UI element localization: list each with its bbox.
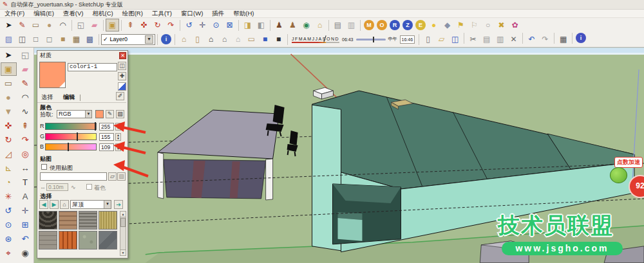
- previous-view-icon[interactable]: ↶: [17, 232, 33, 246]
- zoom-extents-icon[interactable]: ⊠: [223, 19, 236, 32]
- swatch-scrollbar[interactable]: ▲ ▼: [120, 211, 126, 256]
- line-icon[interactable]: ✎: [17, 77, 33, 90]
- close-icon[interactable]: ✕: [119, 52, 126, 59]
- polygon-icon[interactable]: ▼: [1, 105, 17, 118]
- menu-view[interactable]: 查看(V): [59, 10, 88, 18]
- widget-badge[interactable]: 92: [629, 175, 644, 198]
- rectangle-icon[interactable]: ▭: [1, 77, 17, 90]
- dropdown-arrow-icon[interactable]: ▼: [145, 35, 153, 44]
- diamond-gray-icon[interactable]: ◆: [440, 19, 454, 32]
- forward-arrow-icon[interactable]: ▶: [50, 200, 59, 209]
- make-group-icon[interactable]: ⌂: [177, 33, 191, 46]
- back-edges-icon[interactable]: ◫: [15, 33, 29, 46]
- rectangle-icon[interactable]: ▭: [29, 19, 43, 32]
- pan-icon[interactable]: ✛: [17, 204, 33, 217]
- match-screen-color-icon[interactable]: ✎: [106, 110, 114, 118]
- offset-icon[interactable]: ◎: [17, 147, 33, 161]
- select-icon[interactable]: ➤: [1, 48, 17, 62]
- export-doc-icon[interactable]: ▤: [331, 19, 345, 32]
- look-around-icon[interactable]: ◉: [17, 246, 33, 260]
- monochrome-icon[interactable]: ▩: [83, 33, 97, 46]
- slider-track-g[interactable]: [45, 133, 97, 140]
- position-camera-icon[interactable]: ⌖: [1, 246, 17, 260]
- shadow-time-slider[interactable]: [356, 39, 386, 41]
- slider-track-b[interactable]: [45, 143, 97, 150]
- material-swatch-shingle-dark[interactable]: [39, 211, 57, 230]
- tab-select[interactable]: 选择: [40, 93, 54, 102]
- scale-icon[interactable]: ◿: [1, 147, 17, 161]
- material-swatch-shingle-brown[interactable]: [59, 211, 77, 230]
- flag-white-icon[interactable]: ⚐: [468, 19, 481, 32]
- menu-plugins[interactable]: 插件: [207, 10, 229, 18]
- eraser-icon[interactable]: ▰: [17, 62, 33, 76]
- paste-icon[interactable]: ▥: [493, 33, 507, 46]
- scroll-up-icon[interactable]: ▲: [120, 212, 126, 217]
- xray-icon[interactable]: ▨: [2, 33, 15, 46]
- plugin-r-icon[interactable]: R: [390, 20, 400, 30]
- orbit-icon[interactable]: ↺: [182, 19, 196, 32]
- axes-icon[interactable]: ✳: [1, 190, 17, 203]
- back-arrow-icon[interactable]: ◀: [39, 200, 48, 209]
- material-swatch-gravel[interactable]: [79, 231, 97, 249]
- plugin-m-icon[interactable]: M: [364, 20, 374, 30]
- freehand-icon[interactable]: ∿: [17, 105, 33, 118]
- cut-icon[interactable]: ✂: [466, 33, 480, 46]
- print-icon[interactable]: ▦: [556, 33, 570, 46]
- scrollbar-thumb[interactable]: [120, 218, 126, 227]
- texture-file-input[interactable]: [40, 172, 107, 181]
- wireframe-icon[interactable]: □: [29, 33, 43, 46]
- desktop-widget[interactable]: 点数加速 92: [603, 157, 644, 208]
- toggle-pane-icon[interactable]: ◫: [118, 62, 126, 70]
- paint-bucket-icon[interactable]: ▣: [1, 62, 17, 76]
- undo-icon[interactable]: ↶: [525, 33, 538, 46]
- home-icon[interactable]: ⌂: [60, 200, 69, 209]
- push-pull-icon[interactable]: ⇞: [124, 19, 137, 32]
- detail-arrow-icon[interactable]: ➔: [114, 200, 123, 209]
- menu-edit[interactable]: 编辑(E): [29, 10, 59, 18]
- follow-me-icon[interactable]: ↷: [164, 19, 178, 32]
- dropdown-arrow-icon[interactable]: ▼: [85, 111, 91, 118]
- shaded-icon[interactable]: ■: [56, 33, 70, 46]
- new-icon[interactable]: ▯: [421, 33, 435, 46]
- make-component-icon[interactable]: ◱: [74, 19, 88, 32]
- slider-thumb-r[interactable]: [95, 122, 96, 131]
- position-person-icon[interactable]: ♟: [286, 19, 299, 32]
- star-gold-icon[interactable]: ✖: [495, 19, 508, 32]
- photo-person-icon[interactable]: ♟: [272, 19, 286, 32]
- texture-size-field[interactable]: 0.10m: [46, 183, 68, 191]
- pan-icon[interactable]: ✛: [196, 19, 209, 32]
- menu-camera[interactable]: 相机(C): [88, 10, 117, 18]
- plugin-e-icon[interactable]: E: [415, 20, 426, 30]
- scroll-down-icon[interactable]: ▼: [120, 249, 126, 255]
- protractor-icon[interactable]: ◔: [1, 176, 17, 189]
- zoom-icon[interactable]: ⊙: [1, 218, 17, 231]
- material-swatch-slate[interactable]: [99, 231, 117, 249]
- material-swatch-thatch[interactable]: [99, 211, 117, 230]
- dropdown-arrow-icon[interactable]: ▼: [104, 201, 111, 208]
- material-swatch-brick-gray[interactable]: [39, 231, 57, 249]
- tab-edit[interactable]: 编辑: [62, 93, 76, 102]
- import-doc-icon[interactable]: ▥: [345, 19, 358, 32]
- circle-icon[interactable]: ●: [43, 19, 56, 32]
- move-icon[interactable]: ✜: [1, 119, 17, 132]
- dark-cube-icon[interactable]: ■: [272, 33, 285, 46]
- zoom-window-icon[interactable]: ⊞: [17, 218, 33, 231]
- eyedropper-icon[interactable]: ✐: [116, 92, 124, 100]
- building-doorway[interactable]: [333, 184, 401, 244]
- google-earth-icon[interactable]: ◉: [299, 19, 313, 32]
- get-models-icon[interactable]: ◨: [241, 19, 254, 32]
- dimension-icon[interactable]: ↔: [17, 161, 33, 175]
- menu-help[interactable]: 帮助(H): [229, 10, 258, 18]
- title-bar[interactable]: ✎ 自动保存_youertuan.skp - SketchUp 专业版: [0, 0, 644, 10]
- component-browser-icon[interactable]: ▯: [191, 33, 204, 46]
- colorize-checkbox[interactable]: [86, 184, 92, 190]
- eraser-icon[interactable]: ▰: [88, 19, 101, 32]
- make-component-icon[interactable]: ◱: [17, 48, 33, 62]
- save-icon[interactable]: ◫: [448, 33, 462, 46]
- dialog-title[interactable]: 材质: [40, 51, 52, 60]
- flag-yellow-icon[interactable]: ⚑: [454, 19, 468, 32]
- menu-file[interactable]: 文件(F): [0, 10, 29, 18]
- match-object-color-icon[interactable]: ▧: [116, 110, 124, 118]
- open-icon[interactable]: ▱: [435, 33, 448, 46]
- sphere-white-icon[interactable]: ○: [481, 19, 495, 32]
